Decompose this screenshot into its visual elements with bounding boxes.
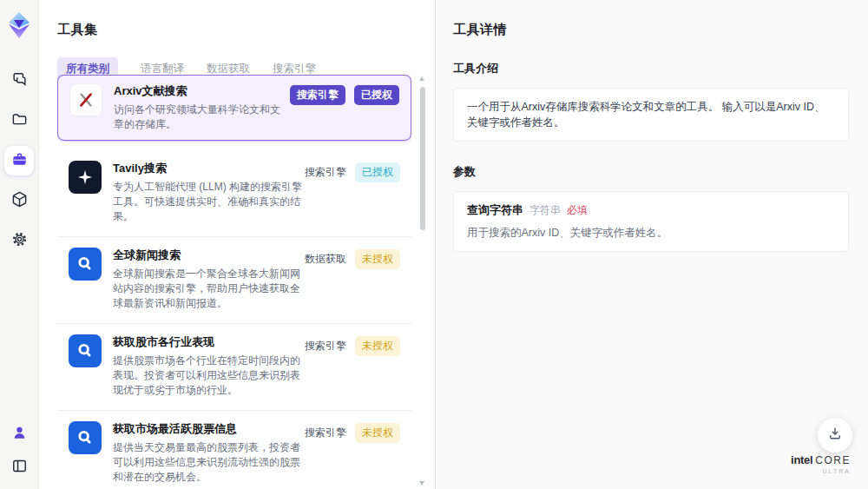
folder-icon xyxy=(11,111,28,131)
sidebar-item-chat[interactable] xyxy=(4,66,34,96)
sidebar-item-settings[interactable] xyxy=(4,226,34,255)
tool-description: 提供股票市场各个行业在特定时间段内的表现。投资者可以利用这些信息来识别表现优于或… xyxy=(113,354,305,398)
arxiv-icon xyxy=(69,83,102,116)
app-logo xyxy=(6,10,32,40)
chat-icon xyxy=(11,71,28,91)
download-button[interactable] xyxy=(818,418,852,453)
brand-ultra: ULTRA xyxy=(791,466,851,477)
param-name: 查询字符串 xyxy=(467,202,523,218)
params-heading: 参数 xyxy=(453,164,849,180)
tool-detail-panel: 工具详情 工具介绍 一个用于从Arxiv存储库搜索科学论文和文章的工具。 输入可… xyxy=(435,0,868,489)
list-scrollbar[interactable] xyxy=(419,76,425,486)
tool-list: Arxiv文献搜索 访问各个研究领域大量科学论文和文章的存储库。 搜索引擎 已授… xyxy=(57,75,411,489)
intro-text: 一个用于从Arxiv存储库搜索科学论文和文章的工具。 输入可以是Arxiv ID… xyxy=(467,99,835,130)
category-label: 搜索引擎 xyxy=(305,165,346,180)
sidebar-item-files[interactable] xyxy=(4,106,34,135)
sidebar-item-profile[interactable] xyxy=(4,420,34,449)
tool-title: 获取股市各行业表现 xyxy=(113,334,305,350)
scroll-down-arrow[interactable] xyxy=(419,481,424,486)
intel-core-logo: intelCORE ULTRA xyxy=(791,455,851,477)
tool-card-arxiv[interactable]: Arxiv文献搜索 访问各个研究领域大量科学论文和文章的存储库。 搜索引擎 已授… xyxy=(57,75,411,141)
left-sidebar xyxy=(0,0,39,489)
tool-card-tavily[interactable]: Tavily搜索 专为人工智能代理 (LLM) 构建的搜索引擎工具。可快速提供实… xyxy=(57,150,411,237)
tool-list-panel: 工具集 所有类别 语言翻译 数据获取 搜索引擎 Arxiv文献搜索 访问各个研究… xyxy=(40,0,434,489)
status-badge: 已授权 xyxy=(354,85,399,105)
sidebar-item-tools[interactable] xyxy=(4,146,34,175)
brand-core: CORE xyxy=(815,454,851,466)
tool-description: 全球新闻搜索是一个聚合全球各大新闻网站内容的搜索引擎，帮助用户快速获取全球最新资… xyxy=(113,267,305,311)
scrollbar-thumb[interactable] xyxy=(420,87,425,230)
tool-title: Arxiv文献搜索 xyxy=(114,83,290,99)
gear-icon xyxy=(11,231,28,251)
status-badge: 未授权 xyxy=(355,336,400,356)
status-badge: 未授权 xyxy=(355,423,400,443)
intro-heading: 工具介绍 xyxy=(453,61,849,76)
download-icon xyxy=(827,426,843,445)
tool-title: 全球新闻搜索 xyxy=(113,248,305,263)
tool-title: 获取市场最活跃股票信息 xyxy=(113,421,305,437)
tool-card-sector-performance[interactable]: 获取股市各行业表现 提供股票市场各个行业在特定时间段内的表现。投资者可以利用这些… xyxy=(57,324,411,411)
stock-sector-icon xyxy=(69,334,102,367)
category-label: 数据获取 xyxy=(305,252,346,267)
param-type: 字符串 xyxy=(529,203,561,218)
briefcase-icon xyxy=(11,151,28,171)
param-description: 用于搜索的Arxiv ID、关键字或作者姓名。 xyxy=(467,226,835,241)
cube-icon xyxy=(11,191,28,211)
news-search-icon xyxy=(69,248,102,281)
category-label: 搜索引擎 xyxy=(305,339,346,354)
category-badge: 搜索引擎 xyxy=(290,85,345,105)
sidebar-item-plugins[interactable] xyxy=(4,186,34,215)
status-badge: 未授权 xyxy=(355,249,400,269)
active-stocks-icon xyxy=(69,421,102,454)
tool-card-global-news[interactable]: 全球新闻搜索 全球新闻搜索是一个聚合全球各大新闻网站内容的搜索引擎，帮助用户快速… xyxy=(57,237,411,324)
tool-description: 专为人工智能代理 (LLM) 构建的搜索引擎工具。可快速提供实时、准确和真实的结… xyxy=(113,180,305,224)
page-title: 工具集 xyxy=(57,22,422,38)
panel-layout-icon xyxy=(11,458,28,478)
tool-description: 提供当天交易量最高的股票列表，投资者可以利用这些信息来识别流动性强的股票和潜在的… xyxy=(113,440,305,485)
param-required-label: 必填 xyxy=(567,203,588,218)
category-label: 搜索引擎 xyxy=(305,426,346,440)
tool-title: Tavily搜索 xyxy=(113,161,305,176)
detail-title: 工具详情 xyxy=(453,22,849,38)
user-avatar-icon xyxy=(11,425,28,445)
tavily-icon xyxy=(69,161,102,194)
tool-card-active-stocks[interactable]: 获取市场最活跃股票信息 提供当天交易量最高的股票列表，投资者可以利用这些信息来识… xyxy=(57,411,411,489)
param-box: 查询字符串 字符串 必填 用于搜索的Arxiv ID、关键字或作者姓名。 xyxy=(453,191,849,252)
tool-description: 访问各个研究领域大量科学论文和文章的存储库。 xyxy=(114,102,290,132)
brand-intel: intel xyxy=(791,453,812,466)
intro-box: 一个用于从Arxiv存储库搜索科学论文和文章的工具。 输入可以是Arxiv ID… xyxy=(453,88,849,142)
status-badge: 已授权 xyxy=(355,162,400,182)
collapse-sidebar-button[interactable] xyxy=(4,453,34,482)
scroll-up-arrow[interactable] xyxy=(419,76,424,81)
